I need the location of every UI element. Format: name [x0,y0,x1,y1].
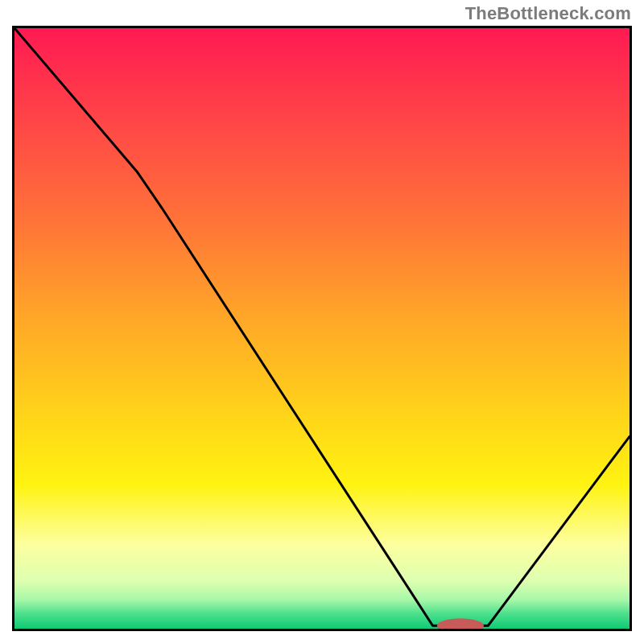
chart-frame: TheBottleneck.com [0,0,644,644]
chart-svg [14,28,630,629]
gradient-background [14,28,630,629]
attribution-text: TheBottleneck.com [465,3,631,24]
plot-area [12,26,632,631]
